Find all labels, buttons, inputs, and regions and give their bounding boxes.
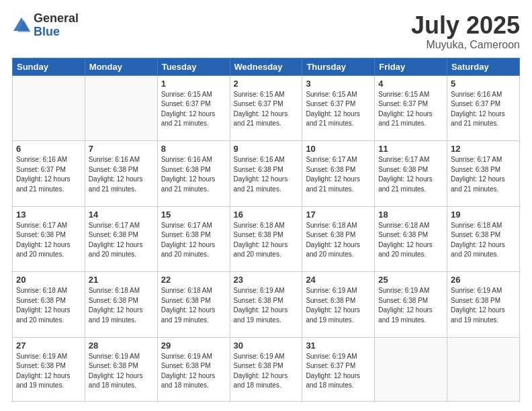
calendar-table: SundayMondayTuesdayWednesdayThursdayFrid… xyxy=(12,58,520,402)
day-info: Sunrise: 6:19 AM Sunset: 6:38 PM Dayligh… xyxy=(89,352,154,391)
calendar-cell: 10Sunrise: 6:17 AM Sunset: 6:38 PM Dayli… xyxy=(302,141,375,207)
day-info: Sunrise: 6:19 AM Sunset: 6:38 PM Dayligh… xyxy=(234,286,299,325)
calendar-cell: 16Sunrise: 6:18 AM Sunset: 6:38 PM Dayli… xyxy=(230,206,302,272)
calendar-week-4: 20Sunrise: 6:18 AM Sunset: 6:38 PM Dayli… xyxy=(13,272,520,338)
day-info: Sunrise: 6:17 AM Sunset: 6:38 PM Dayligh… xyxy=(161,221,226,260)
calendar-cell: 2Sunrise: 6:15 AM Sunset: 6:37 PM Daylig… xyxy=(230,75,302,141)
calendar-cell: 18Sunrise: 6:18 AM Sunset: 6:38 PM Dayli… xyxy=(375,206,447,272)
calendar-cell: 17Sunrise: 6:18 AM Sunset: 6:38 PM Dayli… xyxy=(302,206,375,272)
page: General Blue July 2025 Muyuka, Cameroon … xyxy=(0,0,532,411)
calendar-cell: 24Sunrise: 6:19 AM Sunset: 6:38 PM Dayli… xyxy=(302,272,375,338)
calendar-cell: 3Sunrise: 6:15 AM Sunset: 6:37 PM Daylig… xyxy=(302,75,375,141)
calendar-cell: 19Sunrise: 6:18 AM Sunset: 6:38 PM Dayli… xyxy=(447,206,520,272)
day-info: Sunrise: 6:19 AM Sunset: 6:38 PM Dayligh… xyxy=(234,352,299,391)
day-info: Sunrise: 6:15 AM Sunset: 6:37 PM Dayligh… xyxy=(306,90,371,129)
calendar-cell: 31Sunrise: 6:19 AM Sunset: 6:37 PM Dayli… xyxy=(302,337,375,401)
day-info: Sunrise: 6:15 AM Sunset: 6:37 PM Dayligh… xyxy=(234,90,299,129)
day-info: Sunrise: 6:19 AM Sunset: 6:38 PM Dayligh… xyxy=(16,352,81,391)
logo-text: General Blue xyxy=(34,12,79,39)
calendar-cell xyxy=(85,75,157,141)
calendar-week-3: 13Sunrise: 6:17 AM Sunset: 6:38 PM Dayli… xyxy=(13,206,520,272)
day-info: Sunrise: 6:19 AM Sunset: 6:38 PM Dayligh… xyxy=(306,286,371,325)
day-info: Sunrise: 6:18 AM Sunset: 6:38 PM Dayligh… xyxy=(234,221,299,260)
calendar-cell: 27Sunrise: 6:19 AM Sunset: 6:38 PM Dayli… xyxy=(13,337,85,401)
calendar-cell: 9Sunrise: 6:16 AM Sunset: 6:38 PM Daylig… xyxy=(230,141,302,207)
day-number: 20 xyxy=(16,275,81,285)
day-number: 15 xyxy=(161,210,226,220)
day-number: 26 xyxy=(451,275,516,285)
day-info: Sunrise: 6:17 AM Sunset: 6:38 PM Dayligh… xyxy=(16,221,81,260)
day-info: Sunrise: 6:17 AM Sunset: 6:38 PM Dayligh… xyxy=(378,155,443,194)
day-info: Sunrise: 6:18 AM Sunset: 6:38 PM Dayligh… xyxy=(89,286,154,325)
day-info: Sunrise: 6:15 AM Sunset: 6:37 PM Dayligh… xyxy=(378,90,443,129)
day-info: Sunrise: 6:17 AM Sunset: 6:38 PM Dayligh… xyxy=(89,221,154,260)
weekday-header-tuesday: Tuesday xyxy=(157,58,230,75)
calendar-cell: 4Sunrise: 6:15 AM Sunset: 6:37 PM Daylig… xyxy=(375,75,447,141)
day-number: 14 xyxy=(89,210,154,220)
logo-blue: Blue xyxy=(34,26,79,39)
day-number: 25 xyxy=(378,275,443,285)
day-number: 9 xyxy=(234,144,299,154)
day-info: Sunrise: 6:16 AM Sunset: 6:37 PM Dayligh… xyxy=(451,90,516,129)
main-title: July 2025 xyxy=(411,12,520,39)
calendar-cell: 28Sunrise: 6:19 AM Sunset: 6:38 PM Dayli… xyxy=(85,337,157,401)
calendar-cell: 21Sunrise: 6:18 AM Sunset: 6:38 PM Dayli… xyxy=(85,272,157,338)
day-info: Sunrise: 6:16 AM Sunset: 6:38 PM Dayligh… xyxy=(234,155,299,194)
calendar-cell: 25Sunrise: 6:19 AM Sunset: 6:38 PM Dayli… xyxy=(375,272,447,338)
weekday-header-monday: Monday xyxy=(85,58,157,75)
day-number: 6 xyxy=(16,144,81,154)
calendar-week-1: 1Sunrise: 6:15 AM Sunset: 6:37 PM Daylig… xyxy=(13,75,520,141)
calendar-week-5: 27Sunrise: 6:19 AM Sunset: 6:38 PM Dayli… xyxy=(13,337,520,401)
day-info: Sunrise: 6:18 AM Sunset: 6:38 PM Dayligh… xyxy=(306,221,371,260)
day-number: 29 xyxy=(161,340,226,351)
day-number: 21 xyxy=(89,275,154,285)
calendar-cell: 11Sunrise: 6:17 AM Sunset: 6:38 PM Dayli… xyxy=(375,141,447,207)
day-number: 23 xyxy=(234,275,299,285)
calendar-cell: 30Sunrise: 6:19 AM Sunset: 6:38 PM Dayli… xyxy=(230,337,302,401)
day-number: 3 xyxy=(306,79,371,89)
calendar-cell: 1Sunrise: 6:15 AM Sunset: 6:37 PM Daylig… xyxy=(157,75,230,141)
day-info: Sunrise: 6:15 AM Sunset: 6:37 PM Dayligh… xyxy=(161,90,226,129)
day-number: 12 xyxy=(451,144,516,154)
calendar-cell: 29Sunrise: 6:19 AM Sunset: 6:38 PM Dayli… xyxy=(157,337,230,401)
calendar-cell: 5Sunrise: 6:16 AM Sunset: 6:37 PM Daylig… xyxy=(447,75,520,141)
day-info: Sunrise: 6:18 AM Sunset: 6:38 PM Dayligh… xyxy=(16,286,81,325)
logo-icon xyxy=(12,16,31,35)
weekday-row: SundayMondayTuesdayWednesdayThursdayFrid… xyxy=(13,58,520,75)
calendar-cell: 13Sunrise: 6:17 AM Sunset: 6:38 PM Dayli… xyxy=(13,206,85,272)
day-info: Sunrise: 6:18 AM Sunset: 6:38 PM Dayligh… xyxy=(378,221,443,260)
calendar-cell xyxy=(447,337,520,401)
calendar-cell: 8Sunrise: 6:16 AM Sunset: 6:38 PM Daylig… xyxy=(157,141,230,207)
calendar-cell: 12Sunrise: 6:17 AM Sunset: 6:38 PM Dayli… xyxy=(447,141,520,207)
day-number: 4 xyxy=(378,79,443,89)
calendar-cell: 20Sunrise: 6:18 AM Sunset: 6:38 PM Dayli… xyxy=(13,272,85,338)
weekday-header-wednesday: Wednesday xyxy=(230,58,302,75)
title-block: July 2025 Muyuka, Cameroon xyxy=(411,12,520,51)
calendar-cell: 26Sunrise: 6:19 AM Sunset: 6:38 PM Dayli… xyxy=(447,272,520,338)
day-number: 24 xyxy=(306,275,371,285)
calendar-week-2: 6Sunrise: 6:16 AM Sunset: 6:37 PM Daylig… xyxy=(13,141,520,207)
day-number: 28 xyxy=(89,340,154,351)
day-info: Sunrise: 6:16 AM Sunset: 6:38 PM Dayligh… xyxy=(161,155,226,194)
day-number: 8 xyxy=(161,144,226,154)
calendar-cell: 15Sunrise: 6:17 AM Sunset: 6:38 PM Dayli… xyxy=(157,206,230,272)
weekday-header-thursday: Thursday xyxy=(302,58,375,75)
calendar-cell: 14Sunrise: 6:17 AM Sunset: 6:38 PM Dayli… xyxy=(85,206,157,272)
day-number: 13 xyxy=(16,210,81,220)
day-number: 11 xyxy=(378,144,443,154)
calendar-cell: 7Sunrise: 6:16 AM Sunset: 6:38 PM Daylig… xyxy=(85,141,157,207)
header: General Blue July 2025 Muyuka, Cameroon xyxy=(12,12,520,51)
day-info: Sunrise: 6:16 AM Sunset: 6:37 PM Dayligh… xyxy=(16,155,81,194)
day-info: Sunrise: 6:19 AM Sunset: 6:38 PM Dayligh… xyxy=(451,286,516,325)
calendar-cell: 23Sunrise: 6:19 AM Sunset: 6:38 PM Dayli… xyxy=(230,272,302,338)
day-info: Sunrise: 6:19 AM Sunset: 6:37 PM Dayligh… xyxy=(306,352,371,391)
calendar-body: 1Sunrise: 6:15 AM Sunset: 6:37 PM Daylig… xyxy=(13,75,520,401)
calendar-cell xyxy=(375,337,447,401)
weekday-header-sunday: Sunday xyxy=(13,58,85,75)
day-number: 7 xyxy=(89,144,154,154)
day-number: 10 xyxy=(306,144,371,154)
day-info: Sunrise: 6:19 AM Sunset: 6:38 PM Dayligh… xyxy=(378,286,443,325)
calendar-cell: 6Sunrise: 6:16 AM Sunset: 6:37 PM Daylig… xyxy=(13,141,85,207)
day-number: 22 xyxy=(161,275,226,285)
day-info: Sunrise: 6:18 AM Sunset: 6:38 PM Dayligh… xyxy=(451,221,516,260)
